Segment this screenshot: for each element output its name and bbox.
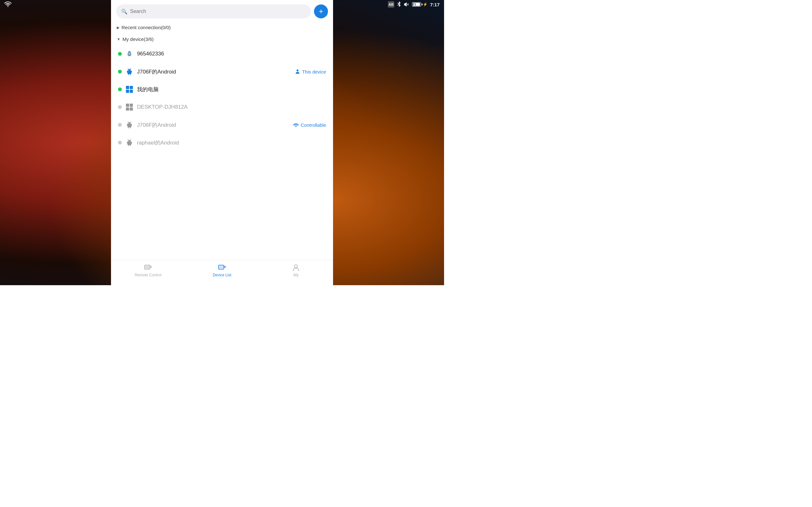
nav-remote-label: Remote Control bbox=[135, 273, 161, 277]
svg-line-35 bbox=[131, 139, 131, 140]
clock: 7:17 bbox=[430, 2, 440, 7]
svg-line-17 bbox=[131, 68, 131, 69]
android-icon bbox=[125, 120, 134, 129]
my-device-label: My device(3/6) bbox=[122, 37, 154, 42]
svg-point-7 bbox=[129, 53, 130, 54]
svg-rect-32 bbox=[128, 145, 129, 146]
svg-rect-37 bbox=[145, 266, 149, 268]
svg-rect-21 bbox=[127, 124, 128, 126]
svg-rect-8 bbox=[129, 56, 130, 56]
recent-arrow-icon: ▶ bbox=[117, 25, 119, 30]
svg-rect-12 bbox=[127, 71, 128, 72]
svg-rect-23 bbox=[128, 127, 129, 128]
svg-rect-30 bbox=[127, 142, 128, 144]
svg-rect-31 bbox=[131, 142, 132, 144]
android-icon bbox=[125, 138, 134, 147]
svg-point-28 bbox=[128, 141, 129, 142]
svg-rect-9 bbox=[130, 56, 131, 56]
user-avatar: AB bbox=[388, 1, 394, 8]
this-device-badge: This device bbox=[295, 69, 326, 74]
svg-rect-24 bbox=[130, 127, 131, 128]
windows-icon bbox=[125, 103, 134, 112]
offline-indicator bbox=[118, 141, 122, 145]
status-right: AB 71 ⚡ 7:17 bbox=[388, 1, 440, 8]
device-item[interactable]: 965462336 bbox=[114, 45, 330, 63]
device-name: J706F的Android bbox=[137, 121, 290, 129]
search-input[interactable] bbox=[130, 9, 306, 14]
device-item[interactable]: J706F的Android This device bbox=[114, 63, 330, 80]
nav-item-my[interactable]: My bbox=[259, 263, 333, 277]
device-list-content: ▶ Recent connection(0/0) ▼ My device(3/6… bbox=[111, 21, 333, 260]
offline-indicator bbox=[118, 105, 122, 109]
device-name: J706F的Android bbox=[137, 68, 292, 75]
device-name: raphael的Android bbox=[137, 139, 326, 147]
device-name: DESKTOP-DJH812A bbox=[137, 104, 326, 110]
svg-rect-38 bbox=[150, 266, 152, 268]
battery-icon: 71 ⚡ bbox=[412, 2, 427, 7]
device-item[interactable]: DESKTOP-DJH812A bbox=[114, 98, 330, 116]
status-bar: AB 71 ⚡ 7:17 bbox=[0, 0, 444, 9]
volume-icon bbox=[404, 2, 409, 7]
controllable-icon bbox=[293, 122, 299, 127]
svg-rect-41 bbox=[224, 266, 225, 268]
recent-connection-label: Recent connection(0/0) bbox=[121, 25, 171, 30]
remote-control-icon bbox=[144, 263, 152, 272]
bluetooth-icon bbox=[397, 1, 401, 8]
svg-point-20 bbox=[130, 123, 131, 124]
svg-point-4 bbox=[129, 53, 129, 53]
svg-rect-13 bbox=[131, 71, 132, 72]
status-left bbox=[4, 2, 11, 7]
this-device-label: This device bbox=[302, 69, 326, 74]
svg-rect-40 bbox=[219, 266, 223, 268]
windows-icon bbox=[125, 85, 134, 94]
my-device-arrow-icon: ▼ bbox=[117, 37, 120, 42]
my-device-header[interactable]: ▼ My device(3/6) bbox=[114, 33, 330, 45]
svg-point-19 bbox=[128, 123, 129, 124]
device-item[interactable]: J706F的Android Controllable bbox=[114, 116, 330, 134]
svg-rect-33 bbox=[130, 145, 131, 146]
offline-indicator bbox=[118, 123, 122, 127]
online-indicator bbox=[118, 52, 122, 56]
svg-rect-15 bbox=[130, 74, 131, 75]
device-name: 965462336 bbox=[137, 51, 326, 57]
svg-rect-22 bbox=[131, 124, 132, 126]
wifi-icon bbox=[4, 2, 11, 7]
svg-line-34 bbox=[128, 139, 129, 140]
nav-item-remote[interactable]: Remote Control bbox=[111, 263, 185, 277]
bottom-navigation: Remote Control Device List My bbox=[111, 260, 333, 285]
device-list-icon bbox=[218, 263, 226, 272]
search-icon: 🔍 bbox=[121, 9, 128, 14]
svg-line-26 bbox=[131, 122, 131, 122]
controllable-badge: Controllable bbox=[293, 122, 326, 128]
svg-line-25 bbox=[128, 122, 129, 122]
svg-point-27 bbox=[295, 126, 297, 127]
svg-point-10 bbox=[128, 70, 129, 71]
main-panel: 🔍 + ▶ Recent connection(0/0) ▼ My device… bbox=[111, 0, 333, 285]
svg-line-16 bbox=[128, 68, 129, 69]
my-profile-icon bbox=[292, 263, 300, 272]
nav-my-label: My bbox=[293, 273, 299, 277]
svg-point-5 bbox=[130, 53, 131, 53]
svg-point-29 bbox=[130, 141, 131, 142]
android-icon bbox=[125, 67, 134, 76]
recent-connection-header[interactable]: ▶ Recent connection(0/0) bbox=[114, 21, 330, 33]
nav-item-device-list[interactable]: Device List bbox=[185, 263, 259, 277]
svg-rect-14 bbox=[128, 74, 129, 75]
controllable-label: Controllable bbox=[301, 122, 326, 128]
person-icon bbox=[295, 69, 300, 74]
device-item[interactable]: 我的电脑 bbox=[114, 80, 330, 98]
device-item[interactable]: raphael的Android bbox=[114, 134, 330, 152]
svg-point-42 bbox=[295, 265, 298, 268]
device-name: 我的电脑 bbox=[137, 86, 326, 93]
tux-android-icon bbox=[125, 49, 134, 58]
online-indicator bbox=[118, 70, 122, 73]
nav-device-list-label: Device List bbox=[213, 273, 232, 277]
svg-point-18 bbox=[297, 69, 299, 71]
svg-point-11 bbox=[130, 70, 131, 71]
online-indicator bbox=[118, 88, 122, 91]
